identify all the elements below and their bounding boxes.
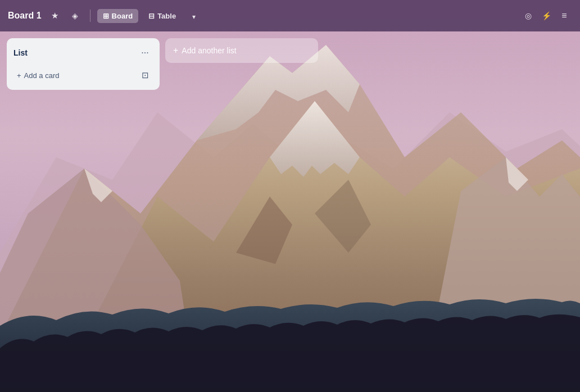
ellipsis-icon: ··· [141,48,148,58]
table-view-icon: ⊟ [148,12,155,20]
add-another-list-button[interactable]: + Add another list [165,38,318,63]
plus-icon: + [17,71,21,80]
table-view-label: Table [157,12,176,20]
divider [90,10,90,22]
add-card-label: Add a card [24,71,60,80]
list-menu-button[interactable]: ··· [137,45,153,61]
notification-icon: ◎ [525,11,532,20]
board-view-icon: ⊞ [103,12,109,20]
card-template-icon: ⊡ [142,70,149,80]
board-view-label: Board [112,12,133,20]
topbar: Board 1 ★ ◈ ⊞ Board ⊟ Table ◎ ⚡ ≡ [0,0,580,31]
table-view-button[interactable]: ⊟ Table [143,9,182,23]
notification-button[interactable]: ◎ [520,8,536,24]
list-card: List ··· + Add a card ⊡ [7,38,160,90]
star-icon: ★ [51,11,58,21]
list-title: List [13,48,28,57]
menu-icon: ≡ [561,11,567,21]
board-view-button[interactable]: ⊞ Board [97,9,139,23]
add-card-button[interactable]: + Add a card [13,69,62,82]
add-card-row: + Add a card ⊡ [11,64,155,84]
add-another-list-label: Add another list [182,46,236,55]
board-title: Board 1 [8,11,42,21]
card-template-button[interactable]: ⊡ [137,67,153,83]
chevron-down-icon [192,11,196,21]
lightning-button[interactable]: ⚡ [538,8,554,24]
customize-icon: ◈ [72,11,78,20]
star-button[interactable]: ★ [47,8,63,24]
list-header: List ··· [11,44,155,64]
lightning-icon: ⚡ [542,11,551,20]
topbar-right-actions: ◎ ⚡ ≡ [520,8,572,24]
menu-button[interactable]: ≡ [556,8,572,24]
add-list-plus-icon: + [173,45,178,56]
more-views-button[interactable] [186,8,202,24]
customize-button[interactable]: ◈ [67,8,83,24]
board-content: List ··· + Add a card ⊡ + Add another li… [0,31,580,392]
